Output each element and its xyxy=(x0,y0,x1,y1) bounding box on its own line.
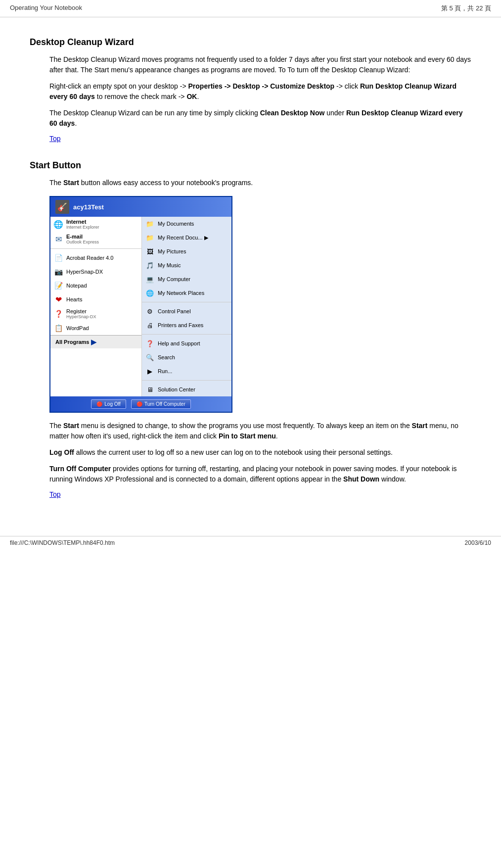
sm-separator-right-3 xyxy=(142,380,231,381)
header-page-info: 第 5 頁，共 22 頁 xyxy=(441,4,491,13)
sm-my-pictures-label: My Pictures xyxy=(158,248,186,254)
sm-all-programs[interactable]: All Programs ▶ xyxy=(50,335,141,348)
sm-item-hearts[interactable]: ❤ Hearts xyxy=(50,292,141,306)
sm-item-my-documents[interactable]: 📁 My Documents xyxy=(142,217,231,231)
run-icon: ▶ xyxy=(145,366,155,376)
sm-wordpad-label: WordPad xyxy=(66,325,89,331)
section2-title: Start Button xyxy=(30,160,471,171)
sm-item-my-recent[interactable]: 📁 My Recent Docu... ▶ xyxy=(142,231,231,244)
my-music-icon: 🎵 xyxy=(145,260,155,270)
sm-right-column: 📁 My Documents 📁 My Recent Docu... ▶ 🖼 M… xyxy=(142,217,231,396)
help-icon: ❓ xyxy=(145,338,155,348)
sm-turnoff-label: Turn Off Computer xyxy=(144,401,185,407)
sm-notepad-label: Notepad xyxy=(66,283,87,289)
section1-top-link[interactable]: Top xyxy=(49,135,61,143)
solution-center-icon: 🖥 xyxy=(145,385,155,394)
my-pictures-icon: 🖼 xyxy=(145,246,155,256)
sm-hypersnap-label: HyperSnap-DX xyxy=(66,269,103,275)
footer-file-path: file:///C:\WINDOWS\TEMP\.hh84F0.htm xyxy=(10,539,115,546)
page-header: Operating Your Notebook 第 5 頁，共 22 頁 xyxy=(0,0,501,17)
sm-all-programs-arrow: ▶ xyxy=(91,338,96,346)
sm-printers-label: Printers and Faxes xyxy=(158,322,203,328)
my-computer-icon: 💻 xyxy=(145,274,155,284)
sm-separator-right-1 xyxy=(142,302,231,302)
section2-top-link[interactable]: Top xyxy=(49,490,61,498)
sm-item-search[interactable]: 🔍 Search xyxy=(142,350,231,364)
content-area: Desktop Cleanup Wizard The Desktop Clean… xyxy=(0,17,501,526)
sm-my-network-label: My Network Places xyxy=(158,290,204,296)
sm-register-text: Register HyperSnap-DX xyxy=(66,308,96,319)
section-start-button: Start Button The Start button allows eas… xyxy=(30,160,471,508)
sm-left-column: 🌐 Internet Internet Explorer ✉ E-mail xyxy=(50,217,142,396)
sm-search-label: Search xyxy=(158,354,175,360)
hearts-icon: ❤ xyxy=(53,294,63,304)
sm-control-panel-label: Control Panel xyxy=(158,308,191,314)
start-menu-image: 🎸 acy13Test 🌐 Internet Internet Explorer xyxy=(49,196,232,413)
header-title: Operating Your Notebook xyxy=(10,4,82,13)
sm-help-label: Help and Support xyxy=(158,340,200,346)
sm-item-my-pictures[interactable]: 🖼 My Pictures xyxy=(142,244,231,258)
section1-para1: The Desktop Cleanup Wizard moves program… xyxy=(49,54,471,75)
sm-title-bar: 🎸 acy13Test xyxy=(50,197,231,217)
sm-solution-center-label: Solution Center xyxy=(158,386,195,392)
footer-date: 2003/6/10 xyxy=(465,539,491,546)
turnoff-icon: 🔴 xyxy=(137,401,142,407)
my-network-icon: 🌐 xyxy=(145,288,155,298)
my-recent-icon: 📁 xyxy=(145,233,155,242)
sm-item-email[interactable]: ✉ E-mail Outlook Express xyxy=(50,232,141,246)
sm-hearts-label: Hearts xyxy=(66,296,82,302)
section2-para3: Turn Off Computer provides options for t… xyxy=(49,464,471,484)
logoff-icon: 🔴 xyxy=(96,401,102,407)
section1-para3: The Desktop Cleanup Wizard can be run an… xyxy=(49,108,471,129)
hypersnap-icon: 📷 xyxy=(53,267,63,277)
sm-title-icon: 🎸 xyxy=(55,200,69,214)
sm-item-my-music[interactable]: 🎵 My Music xyxy=(142,258,231,272)
sm-item-wordpad[interactable]: 📋 WordPad xyxy=(50,321,141,335)
sm-item-printers[interactable]: 🖨 Printers and Faxes xyxy=(142,318,231,332)
sm-item-solution-center[interactable]: 🖥 Solution Center xyxy=(142,383,231,396)
section2-intro: The Start button allows easy access to y… xyxy=(49,178,471,188)
acrobat-icon: 📄 xyxy=(53,253,63,263)
register-icon: ❓ xyxy=(53,309,63,319)
printers-icon: 🖨 xyxy=(145,320,155,330)
search-icon: 🔍 xyxy=(145,352,155,362)
section1-title: Desktop Cleanup Wizard xyxy=(30,37,471,48)
section1-content: The Desktop Cleanup Wizard moves program… xyxy=(49,54,471,152)
sm-item-notepad[interactable]: 📝 Notepad xyxy=(50,279,141,292)
sm-item-acrobat[interactable]: 📄 Acrobat Reader 4.0 xyxy=(50,251,141,265)
sm-item-my-network[interactable]: 🌐 My Network Places xyxy=(142,286,231,300)
my-documents-icon: 📁 xyxy=(145,219,155,229)
sm-internet-text: Internet Internet Explorer xyxy=(66,219,99,230)
section2-para1: The Start menu is designed to change, to… xyxy=(49,421,471,441)
sm-bottom-bar: 🔴 Log Off 🔴 Turn Off Computer xyxy=(50,396,231,412)
sm-my-documents-label: My Documents xyxy=(158,221,194,227)
sm-item-run[interactable]: ▶ Run... xyxy=(142,364,231,378)
sm-my-recent-label: My Recent Docu... ▶ xyxy=(158,235,208,241)
notepad-icon: 📝 xyxy=(53,281,63,290)
sm-logoff-label: Log Off xyxy=(104,401,121,407)
internet-icon: 🌐 xyxy=(53,219,63,229)
sm-username: acy13Test xyxy=(73,203,104,211)
sm-acrobat-label: Acrobat Reader 4.0 xyxy=(66,255,113,261)
sm-my-computer-label: My Computer xyxy=(158,276,190,282)
control-panel-icon: ⚙ xyxy=(145,306,155,316)
sm-item-help[interactable]: ❓ Help and Support xyxy=(142,337,231,350)
sm-logoff-button[interactable]: 🔴 Log Off xyxy=(91,399,126,409)
sm-item-my-computer[interactable]: 💻 My Computer xyxy=(142,272,231,286)
sm-item-register[interactable]: ❓ Register HyperSnap-DX xyxy=(50,306,141,321)
wordpad-icon: 📋 xyxy=(53,323,63,333)
sm-item-hypersnap[interactable]: 📷 HyperSnap-DX xyxy=(50,265,141,279)
section2-para2: Log Off allows the current user to log o… xyxy=(49,447,471,458)
section1-para2: Right-click an empty spot on your deskto… xyxy=(49,81,471,102)
sm-my-music-label: My Music xyxy=(158,262,181,268)
sm-item-internet[interactable]: 🌐 Internet Internet Explorer xyxy=(50,217,141,232)
sm-all-programs-label: All Programs xyxy=(55,339,89,345)
email-icon: ✉ xyxy=(53,234,63,244)
sm-turnoff-button[interactable]: 🔴 Turn Off Computer xyxy=(131,399,191,409)
sm-item-control-panel[interactable]: ⚙ Control Panel xyxy=(142,304,231,318)
section2-content: The Start button allows easy access to y… xyxy=(49,178,471,508)
sm-separator-right-2 xyxy=(142,334,231,335)
sm-email-text: E-mail Outlook Express xyxy=(66,234,99,244)
section-desktop-cleanup: Desktop Cleanup Wizard The Desktop Clean… xyxy=(30,37,471,152)
sm-separator-1 xyxy=(50,248,141,249)
